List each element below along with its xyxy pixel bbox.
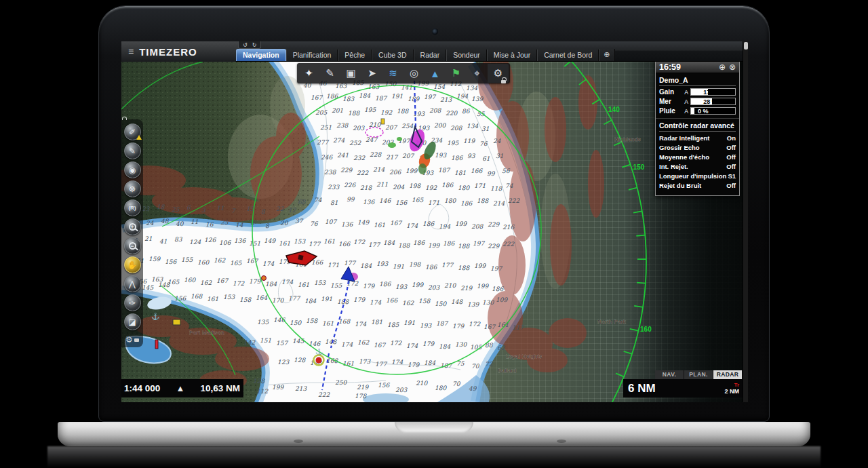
tab-navigation[interactable]: Navigation [236,49,286,61]
auto-mode-label: A [682,89,690,96]
svg-text:166: 166 [311,259,323,266]
tab-sondeur[interactable]: Sondeur [446,50,487,61]
screenshot-icon[interactable]: ▣ [340,64,361,83]
compass-rose-icon[interactable]: ✦ [298,64,319,83]
svg-text:201: 201 [332,107,343,114]
svg-text:174: 174 [281,279,293,286]
orange-mark[interactable] [262,276,267,281]
svg-text:161: 161 [207,296,218,303]
yellow-buoy[interactable] [173,319,180,325]
mode-tab-nav[interactable]: NAV. [655,370,684,379]
setting-row[interactable]: Longueur d'impulsionS1 [659,172,736,180]
settings-gear-icon[interactable]: ⚙ [488,64,509,83]
svg-text:167: 167 [246,258,258,265]
scrollbar-thumb[interactable] [744,42,748,50]
pan-hand-tool[interactable]: ✋ [124,256,141,273]
chart-map[interactable]: 4046163185163150141199154112134167186183… [121,41,748,402]
tab-cube-3d[interactable]: Cube 3D [372,50,413,61]
notes-tool-icon: ✎ [129,147,136,156]
mode-tab-plan[interactable]: PLAN. [684,370,713,379]
setting-row[interactable]: Moyenne d'échoOff [659,153,736,161]
notes-tool[interactable]: ✎ [124,142,141,159]
mob-boat-tool[interactable]: ☸ [124,180,141,197]
tab-mise-jour[interactable]: Mise à Jour [487,50,537,61]
sounder-icon[interactable]: ≋ [382,64,403,83]
close-panel-icon[interactable]: ⊗ [729,63,736,71]
ais-target-icon[interactable]: ▲ [425,64,446,83]
menu-icon[interactable]: ≡ [128,46,134,57]
svg-text:25: 25 [172,206,180,213]
tab-carnet-de-bord[interactable]: Carnet de Bord [537,50,599,61]
svg-text:155: 155 [181,256,193,263]
chart-scale: 1:44 000 [121,383,160,393]
svg-text:146: 146 [379,197,391,204]
redo-button[interactable]: ↻ [250,41,259,48]
red-daymark[interactable] [155,340,158,349]
zoom-out-tool[interactable]: − [124,237,141,254]
svg-text:49: 49 [469,385,477,392]
svg-text:229: 229 [488,243,500,250]
boat-route-icon[interactable]: ➤ [361,64,382,83]
slider-bar[interactable]: 28 % [690,98,736,105]
tab-radar[interactable]: Radar [414,50,447,61]
svg-text:188: 188 [477,197,489,204]
svg-text:74: 74 [505,182,513,189]
add-panel-icon[interactable]: ⊕ [719,63,726,71]
setting-row[interactable]: Int. Rejet.Off [659,163,736,170]
annotation-tool[interactable]: ✐ [124,123,141,140]
eraser-tool[interactable]: ◪ [124,313,141,330]
svg-text:186: 186 [451,155,463,161]
annotation-print-icon[interactable]: ✎ [319,64,340,83]
clock: 16:59 [659,62,715,72]
tab-planification[interactable]: Planification [286,50,338,61]
setting-label: Rejet du Bruit [659,182,701,189]
svg-text:158: 158 [239,296,252,303]
svg-text:139: 139 [471,96,484,102]
red-target-mark[interactable] [316,357,322,364]
slider-bar[interactable]: 17 % [690,88,736,96]
tools-settings-gear-icon[interactable]: ⚙ [125,335,139,345]
arpa-tool[interactable]: (R) [124,199,141,216]
radar-range[interactable]: 6 NM [623,382,724,395]
svg-text:184: 184 [265,281,277,288]
route-divider-icon[interactable]: ⌖ [467,64,488,83]
setting-row[interactable]: Rejet du BruitOff [659,182,736,189]
svg-text:99: 99 [347,196,355,203]
north-arrow-icon[interactable]: ▲ [160,383,200,393]
setting-label: Int. Rejet. [659,163,688,170]
svg-text:174: 174 [262,260,274,267]
svg-text:55: 55 [477,111,486,117]
svg-text:123: 123 [277,359,290,366]
radar-rings-icon[interactable]: ◎ [403,64,425,83]
vertical-scrollbar[interactable] [743,41,748,402]
marks-flag-icon[interactable]: ⚑ [446,64,467,83]
camera-tool[interactable]: ◉ [124,161,141,178]
svg-text:193: 193 [376,260,389,267]
undo-button[interactable]: ↺ [241,41,250,48]
mode-tab-radar[interactable]: RADAR [713,370,743,379]
svg-text:172: 172 [233,280,245,287]
lock-icon [134,338,139,342]
slider-value: 0 % [698,108,709,115]
svg-text:18: 18 [157,203,165,210]
pen-tool[interactable]: ✑ [124,294,141,311]
svg-text:56: 56 [502,168,511,174]
zoom-in-tool[interactable]: + [124,218,141,235]
add-workspace-tab[interactable]: ⊕ [599,49,614,61]
svg-text:145: 145 [142,284,154,291]
slider-pluie: PluieA0 % [659,107,736,115]
svg-text:218: 218 [360,184,372,191]
svg-text:222: 222 [357,170,369,176]
svg-text:130: 130 [482,299,494,306]
setting-label: Radar Intelligent [659,134,709,142]
divider-tool[interactable]: ⋀ [124,275,141,292]
svg-text:217: 217 [386,154,398,161]
svg-text:135: 135 [257,319,269,326]
svg-text:183: 183 [342,96,355,102]
setting-row[interactable]: Grossir EchoOff [659,144,736,151]
slider-bar[interactable]: 0 % [690,107,736,115]
svg-text:214: 214 [373,166,384,173]
tab-p-che[interactable]: Pêche [338,50,372,61]
setting-row[interactable]: Radar IntelligentOn [659,134,736,142]
svg-text:83: 83 [174,236,183,243]
